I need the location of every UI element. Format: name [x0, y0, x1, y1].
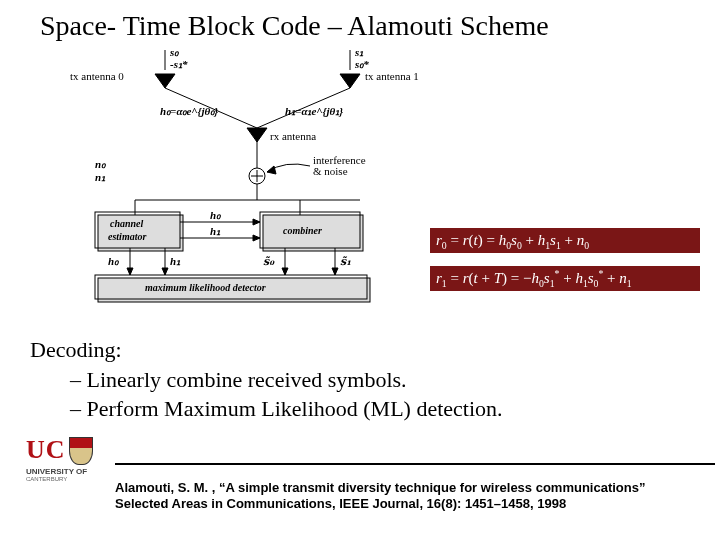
svg-marker-26 — [253, 235, 260, 241]
tx1-sym-a: s₁ — [354, 50, 364, 58]
n1-label: n₁ — [95, 171, 106, 183]
tx0-sym-a: s₀ — [169, 50, 180, 58]
citation-line-2: Selected Areas in Communications, IEEE J… — [115, 496, 715, 512]
noise-label: & noise — [313, 165, 348, 177]
tx1-label: tx antenna 1 — [365, 70, 419, 82]
tx1-sym-b: s₀* — [354, 58, 369, 70]
logo-sub1: UNIVERSITY OF — [26, 467, 108, 476]
svg-marker-28 — [127, 268, 133, 275]
svg-marker-30 — [162, 268, 168, 275]
alamouti-diagram: tx antenna 0 s₀ -s₁* tx antenna 1 s₁ s₀*… — [70, 50, 430, 310]
footer-rule — [115, 463, 715, 465]
s0tilde: s̃₀ — [263, 255, 275, 267]
logo-crest-icon — [69, 437, 93, 465]
decoding-line-2: – Perform Maximum Likelihood (ML) detect… — [30, 394, 690, 424]
svg-marker-14 — [267, 166, 276, 174]
rx-antenna: rx antenna — [247, 128, 316, 168]
rx-label: rx antenna — [270, 130, 316, 142]
combiner-label: combiner — [283, 225, 322, 236]
uc-logo: UC UNIVERSITY OF CANTERBURY — [26, 435, 108, 482]
s1tilde: s̃₁ — [340, 255, 351, 267]
equation-r1: r1 = r(t + T) = −h0s1* + h1s0* + n1 — [430, 266, 700, 291]
h0-arrow: h₀ — [210, 209, 222, 221]
svg-marker-24 — [253, 219, 260, 225]
h0-down: h₀ — [108, 255, 120, 267]
decoding-line-1: – Linearly combine received symbols. — [30, 365, 690, 395]
logo-sub2: CANTERBURY — [26, 476, 108, 482]
logo-uc-text: UC — [26, 435, 66, 465]
h1-eq: h₁=α₁e^{jθ₁} — [285, 105, 343, 117]
citation: Alamouti, S. M. , “A simple transmit div… — [115, 480, 715, 513]
tx-antenna-0: tx antenna 0 s₀ -s₁* — [70, 50, 188, 88]
ch-est-l2: estimator — [108, 231, 146, 242]
svg-marker-34 — [332, 268, 338, 275]
equation-r0: r0 = r(t) = h0s0 + h1s1 + n0 — [430, 228, 700, 253]
decoding-head: Decoding: — [30, 335, 690, 365]
tx0-sym-b: -s₁* — [170, 58, 188, 70]
h1-down: h₁ — [170, 255, 181, 267]
slide-title: Space- Time Block Code – Alamouti Scheme — [40, 10, 710, 42]
citation-line-1: Alamouti, S. M. , “A simple transmit div… — [115, 480, 715, 496]
decoding-block: Decoding: – Linearly combine received sy… — [30, 335, 690, 424]
ml-label: maximum likelihood detector — [145, 282, 266, 293]
h0-eq: h₀=α₀e^{jθ₀} — [160, 105, 218, 117]
h1-arrow: h₁ — [210, 225, 221, 237]
n0-label: n₀ — [95, 158, 107, 170]
ch-est-l1: channel — [110, 218, 144, 229]
svg-marker-32 — [282, 268, 288, 275]
tx0-label: tx antenna 0 — [70, 70, 124, 82]
tx-antenna-1: tx antenna 1 s₁ s₀* — [340, 50, 419, 88]
